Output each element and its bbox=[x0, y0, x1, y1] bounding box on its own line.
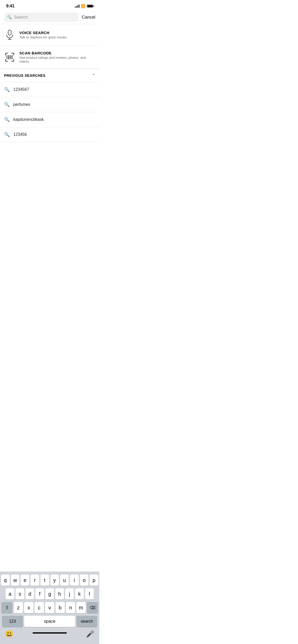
scan-barcode-row[interactable]: SCAN BARCODE See product ratings and rev… bbox=[0, 46, 99, 68]
history-item-3[interactable]: 🔍 123456 bbox=[0, 127, 99, 142]
search-history-icon-2: 🔍 bbox=[4, 117, 10, 122]
search-history-list: 🔍 1234567 🔍 perfumes 🔍 kapdunencbkask 🔍 … bbox=[0, 82, 99, 142]
history-item-1[interactable]: 🔍 perfumes bbox=[0, 97, 99, 112]
voice-search-subtitle: Talk to Sephora for quick results. bbox=[19, 35, 67, 39]
history-term-1: perfumes bbox=[13, 102, 30, 107]
scan-barcode-title: SCAN BARCODE bbox=[19, 51, 95, 55]
search-history-icon-0: 🔍 bbox=[4, 87, 10, 92]
status-icons: 📶 bbox=[75, 4, 93, 8]
signal-bars-icon bbox=[75, 5, 79, 8]
svg-rect-0 bbox=[8, 30, 11, 35]
scan-barcode-icon-wrapper bbox=[4, 52, 15, 63]
scan-barcode-text: SCAN BARCODE See product ratings and rev… bbox=[19, 51, 95, 63]
status-time: 9:41 bbox=[6, 4, 15, 9]
search-icon: 🔍 bbox=[7, 15, 12, 20]
history-item-0[interactable]: 🔍 1234567 bbox=[0, 82, 99, 97]
search-input-wrapper[interactable]: 🔍 Search bbox=[4, 13, 79, 22]
barcode-icon bbox=[5, 52, 15, 62]
search-bar-container: 🔍 Search Cancel bbox=[0, 11, 99, 24]
scan-barcode-subtitle: See product ratings and reviews, photos,… bbox=[19, 56, 95, 63]
chevron-up-icon: ⌃ bbox=[92, 73, 95, 78]
voice-search-text: VOICE SEARCH Talk to Sephora for quick r… bbox=[19, 31, 67, 39]
history-item-2[interactable]: 🔍 kapdunencbkask bbox=[0, 112, 99, 127]
battery-icon bbox=[87, 5, 93, 8]
wifi-icon: 📶 bbox=[81, 4, 85, 8]
voice-search-icon-wrapper bbox=[4, 29, 15, 40]
search-history-icon-3: 🔍 bbox=[4, 132, 10, 137]
search-history-icon-1: 🔍 bbox=[4, 102, 10, 107]
history-term-3: 123456 bbox=[13, 132, 27, 137]
previous-searches-title: PREVIOUS SEARCHES bbox=[4, 74, 46, 78]
history-term-0: 1234567 bbox=[13, 87, 29, 92]
voice-search-row[interactable]: VOICE SEARCH Talk to Sephora for quick r… bbox=[0, 24, 99, 46]
cancel-button[interactable]: Cancel bbox=[82, 15, 95, 20]
voice-search-title: VOICE SEARCH bbox=[19, 31, 67, 35]
search-placeholder: Search bbox=[14, 15, 28, 20]
status-bar: 9:41 📶 bbox=[0, 0, 99, 11]
microphone-icon bbox=[6, 30, 14, 40]
previous-searches-header[interactable]: PREVIOUS SEARCHES ⌃ bbox=[0, 69, 99, 82]
history-term-2: kapdunencbkask bbox=[13, 117, 44, 122]
